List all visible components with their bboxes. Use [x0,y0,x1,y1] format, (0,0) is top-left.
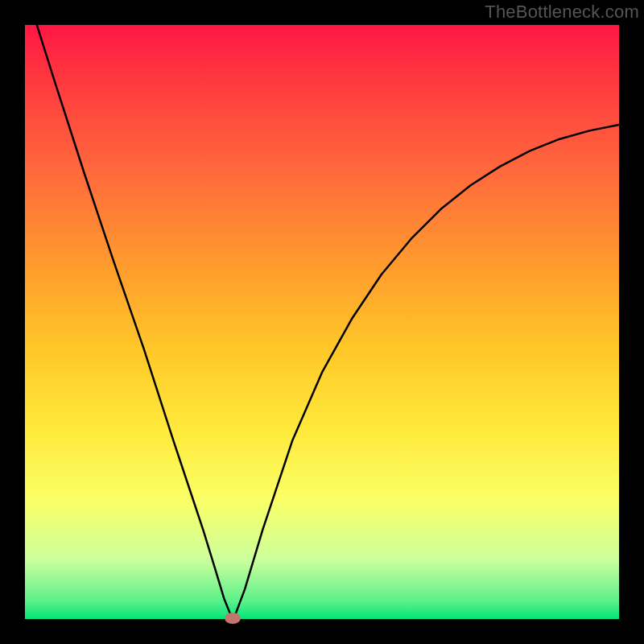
series-bottleneck-curve [37,25,619,618]
watermark-text: TheBottleneck.com [485,2,639,23]
curve-layer [0,0,644,644]
optimal-marker [225,613,241,624]
chart-frame: TheBottleneck.com [0,0,644,644]
